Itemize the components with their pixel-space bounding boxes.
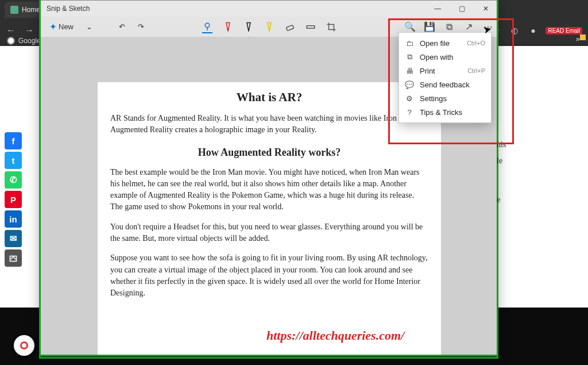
- redo-button[interactable]: ↷: [133, 19, 149, 35]
- menu-open-with-label: Open with: [420, 53, 479, 62]
- doc-heading-2: How Augmented Reality works?: [110, 147, 428, 159]
- touch-writing-tool[interactable]: [202, 21, 212, 33]
- watermark-url: https://alltechqueries.com/: [266, 328, 404, 343]
- toolbar-right-group: 🔍 💾 ⧉ ↗ ⋯: [404, 21, 494, 33]
- highlighter-tool[interactable]: [264, 21, 274, 33]
- fragment-c: e: [497, 192, 509, 208]
- menu-print[interactable]: 🖶 Print Ctrl+P: [399, 64, 491, 78]
- close-button[interactable]: ✕: [474, 1, 498, 17]
- facebook-icon: f: [12, 136, 15, 146]
- share-icon: ⮹: [9, 253, 18, 263]
- linkedin-icon: in: [9, 214, 17, 224]
- minimize-button[interactable]: —: [425, 1, 450, 17]
- bookmark-bar: Google: [0, 34, 41, 47]
- social-share-column: f t ✆ P in ✉ ⮹: [5, 132, 22, 267]
- pinterest-share-button[interactable]: P: [5, 191, 22, 208]
- generic-share-button[interactable]: ⮹: [5, 249, 22, 267]
- copy-icon[interactable]: ⧉: [443, 21, 455, 33]
- menu-feedback-label: Send feedback: [420, 80, 485, 89]
- open-with-icon: ⧉: [405, 52, 414, 62]
- ruler-tool[interactable]: [305, 21, 316, 33]
- share-icon-toolbar[interactable]: ↗: [462, 21, 475, 33]
- google-favicon: [7, 37, 15, 45]
- bookmarks-overflow-icon[interactable]: »: [576, 34, 580, 43]
- fragment-b: le: [497, 153, 509, 169]
- facebook-share-button[interactable]: f: [5, 132, 22, 149]
- profile-icon[interactable]: ●: [527, 25, 539, 36]
- menu-send-feedback[interactable]: 💬 Send feedback: [399, 78, 491, 91]
- menu-open-file-label: Open file: [420, 39, 461, 48]
- pinterest-icon: P: [10, 195, 16, 205]
- bell-icon: [20, 341, 28, 349]
- svg-point-0: [205, 23, 210, 28]
- notification-bell-button[interactable]: [14, 335, 34, 356]
- email-share-button[interactable]: ✉: [5, 230, 22, 247]
- extension-icon[interactable]: ◐: [509, 25, 520, 36]
- doc-paragraph-1: AR Stands for Augmented Reality. It is w…: [110, 113, 428, 136]
- read-email-badge[interactable]: READ Email: [546, 27, 582, 34]
- printer-icon: 🖶: [405, 67, 414, 75]
- help-icon: ?: [405, 108, 414, 117]
- crop-tool[interactable]: [326, 21, 336, 33]
- title-bar: Snip & Sketch — ▢ ✕: [41, 1, 498, 17]
- menu-print-label: Print: [420, 67, 462, 75]
- bookmark-google[interactable]: Google: [18, 37, 41, 45]
- doc-paragraph-4: Suppose you want to see how the sofa is …: [110, 252, 428, 299]
- menu-print-shortcut: Ctrl+P: [467, 67, 485, 74]
- twitter-share-button[interactable]: t: [5, 152, 22, 169]
- menu-open-with[interactable]: ⧉ Open with: [399, 50, 491, 64]
- svg-rect-1: [286, 25, 293, 30]
- email-icon: ✉: [10, 233, 17, 244]
- pen-tool-group: [202, 21, 336, 33]
- tab-favicon: [10, 6, 18, 14]
- doc-heading-1: What is AR?: [110, 90, 428, 105]
- gear-icon: ⚙: [405, 94, 414, 103]
- new-snip-button[interactable]: ✦ New: [45, 19, 78, 35]
- fragment-a: his: [497, 137, 509, 153]
- ballpoint-pen-tool[interactable]: [223, 21, 233, 33]
- zoom-icon[interactable]: 🔍: [404, 21, 416, 33]
- behind-text-fragments: his le e: [497, 137, 509, 208]
- maximize-button[interactable]: ▢: [450, 1, 474, 17]
- captured-document: What is AR? AR Stands for Augmented Real…: [98, 82, 441, 355]
- menu-open-file-shortcut: Ctrl+O: [467, 40, 485, 47]
- feedback-icon: 💬: [405, 80, 414, 89]
- menu-tips-tricks[interactable]: ? Tips & Tricks: [399, 105, 491, 119]
- menu-settings-label: Settings: [420, 94, 485, 103]
- menu-settings[interactable]: ⚙ Settings: [399, 91, 491, 105]
- twitter-icon: t: [12, 156, 15, 166]
- whatsapp-share-button[interactable]: ✆: [5, 171, 22, 189]
- save-icon[interactable]: 💾: [423, 21, 436, 33]
- eraser-tool[interactable]: [285, 21, 295, 33]
- menu-tips-label: Tips & Tricks: [420, 108, 485, 117]
- linkedin-share-button[interactable]: in: [5, 210, 22, 228]
- svg-rect-2: [307, 25, 315, 28]
- plus-icon: ✦: [50, 22, 56, 31]
- doc-paragraph-2: The best example would be the Iron Man m…: [110, 167, 428, 213]
- more-context-menu: 🗀 Open file Ctrl+O ⧉ Open with 🖶 Print C…: [399, 32, 492, 123]
- pencil-tool[interactable]: [243, 21, 254, 33]
- whatsapp-icon: ✆: [10, 175, 17, 185]
- new-label: New: [59, 22, 74, 31]
- undo-button[interactable]: ↶: [114, 19, 130, 35]
- folder-icon: 🗀: [405, 39, 414, 48]
- menu-open-file[interactable]: 🗀 Open file Ctrl+O: [399, 36, 491, 50]
- doc-paragraph-3: You don't require a Headset for this, bu…: [110, 221, 428, 245]
- window-title: Snip & Sketch: [47, 5, 90, 13]
- new-snip-dropdown[interactable]: ⌄: [82, 19, 97, 35]
- bookmark-folder-icon[interactable]: [580, 34, 586, 40]
